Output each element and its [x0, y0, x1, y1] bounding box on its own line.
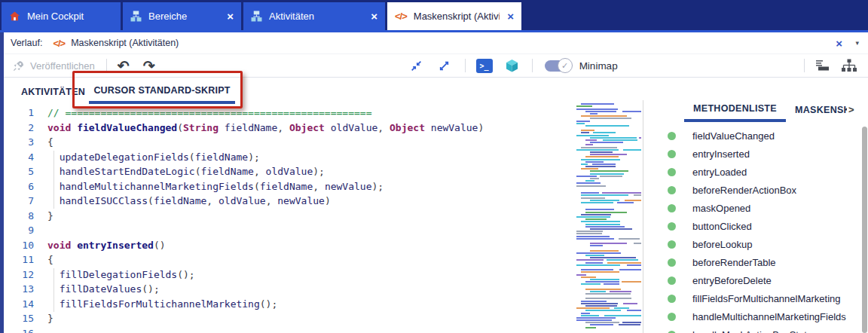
- method-status-dot: [668, 276, 676, 285]
- method-list: fieldValueChangedentryInsertedentryLoade…: [649, 127, 862, 333]
- expand-icon: [438, 60, 451, 72]
- method-item[interactable]: beforeRenderActionBox: [649, 181, 862, 199]
- redo-button[interactable]: ↷: [143, 59, 155, 73]
- method-item[interactable]: entryLoaded: [649, 163, 862, 181]
- code-line: 16: [4, 326, 574, 333]
- line-number: 15: [7, 311, 34, 326]
- undo-button[interactable]: ↶: [118, 59, 130, 73]
- code-line: 3{: [4, 135, 574, 150]
- code-line: 13 fillDateValues();: [4, 282, 574, 297]
- separator: [465, 59, 466, 72]
- close-icon[interactable]: ×: [836, 37, 842, 50]
- method-name: beforeRenderTable: [692, 257, 776, 268]
- hierarchy-button[interactable]: [841, 59, 857, 72]
- code-lines: 1// ====================================…: [4, 105, 574, 333]
- tab-maskenskript-panel[interactable]: MASKENSK: [795, 98, 847, 122]
- code-line: 4 updateDelegationFields(fieldName);: [4, 150, 574, 165]
- minimap-toggle-label: Minimap: [579, 60, 618, 72]
- editor-toolbar: Veröffentlichen ↶ ↷ >_ ✓ Minimap: [4, 54, 868, 78]
- method-name: handleMultichannelMarketingFields: [692, 311, 846, 322]
- code-line: 14 fillFieldsForMultichannelMarketing();: [4, 297, 574, 312]
- tab-mein-cockpit[interactable]: Mein Cockpit: [2, 2, 121, 30]
- chevron-down-icon[interactable]: ▾: [855, 39, 859, 47]
- code-line: 12 fillDelegationFields();: [4, 267, 574, 283]
- line-number: 2: [7, 121, 34, 136]
- method-name: buttonClicked: [692, 221, 752, 232]
- close-icon[interactable]: ×: [371, 11, 377, 22]
- line-number: 14: [7, 297, 34, 312]
- method-item[interactable]: beforeRenderTable: [649, 253, 862, 271]
- method-status-dot: [668, 295, 676, 303]
- code-line: 8}: [4, 209, 574, 224]
- method-status-dot: [668, 168, 676, 176]
- tab-label: Mein Cockpit: [27, 11, 113, 22]
- method-item[interactable]: fillFieldsForMultichannelMarketing: [649, 289, 862, 307]
- tab-methodenliste[interactable]: METHODENLISTE: [684, 98, 786, 122]
- method-item[interactable]: buttonClicked: [649, 217, 862, 235]
- method-name: fieldValueChanged: [692, 130, 775, 142]
- collapse-button[interactable]: [410, 60, 423, 72]
- code-editor[interactable]: 1// ====================================…: [4, 105, 574, 333]
- method-name: entryBeforeDelete: [692, 275, 772, 286]
- code-line: 11{: [4, 252, 574, 267]
- method-status-dot: [668, 222, 676, 231]
- editor-tab-label: CURSOR STANDARD-SKRIPT: [93, 85, 230, 96]
- line-number: 4: [7, 150, 34, 165]
- tab-aktivitaeten[interactable]: Aktivitäten ×: [243, 2, 385, 30]
- method-name: entryInserted: [692, 148, 750, 160]
- line-number: 7: [7, 194, 34, 209]
- code-icon: </>: [395, 11, 407, 22]
- panel-scrollbar[interactable]: [862, 127, 867, 333]
- code-line: 1// ====================================…: [4, 105, 574, 121]
- console-button[interactable]: >_: [476, 59, 493, 73]
- tab-maskenskript[interactable]: </> Maskenskript (Aktivit... ×: [387, 2, 521, 30]
- line-number: 11: [7, 252, 34, 267]
- method-item[interactable]: maskOpened: [649, 199, 862, 217]
- method-status-dot: [668, 313, 676, 321]
- line-number: 5: [7, 164, 34, 179]
- method-item[interactable]: entryBeforeDelete: [649, 271, 862, 289]
- script-list-icon: [815, 59, 832, 72]
- line-number: 13: [7, 282, 34, 297]
- tab-cursor-standard-skript[interactable]: CURSOR STANDARD-SKRIPT: [89, 79, 235, 104]
- minimap-toggle[interactable]: ✓: [545, 60, 570, 72]
- line-number: 12: [7, 267, 34, 283]
- minimap[interactable]: [575, 101, 641, 333]
- method-item[interactable]: beforeLookup: [649, 235, 862, 253]
- code-line: 15}: [4, 311, 574, 326]
- expand-button[interactable]: [438, 60, 451, 72]
- separator: [532, 59, 533, 72]
- history-bar: Verlauf: </> Maskenskript (Aktivitäten) …: [4, 32, 868, 54]
- redo-icon: ↷: [143, 59, 155, 73]
- code-line: 7 handleISUCClass(fieldName, oldValue, n…: [4, 194, 574, 209]
- method-item[interactable]: handleMaskActionBoxState: [649, 325, 862, 333]
- tab-label: Aktivitäten: [269, 11, 363, 22]
- method-name: handleMaskActionBoxState: [692, 329, 812, 333]
- tab-aktivitaeten-script[interactable]: AKTIVITÄTEN: [17, 79, 89, 104]
- toggle-check-icon: ✓: [558, 58, 573, 73]
- method-panel-tab-strip: METHODENLISTE MASKENSK >: [649, 98, 868, 128]
- cube-icon: [505, 59, 519, 73]
- method-item[interactable]: fieldValueChanged: [649, 127, 862, 145]
- hierarchy-icon: [841, 59, 857, 72]
- editor-tab-strip: AKTIVITÄTEN CURSOR STANDARD-SKRIPT: [4, 78, 574, 105]
- code-icon: </>: [53, 38, 65, 49]
- line-number: 1: [7, 105, 34, 121]
- tab-bereiche[interactable]: Bereiche ×: [123, 2, 241, 30]
- history-item[interactable]: Maskenskript (Aktivitäten): [71, 38, 179, 48]
- method-item[interactable]: entryInserted: [649, 145, 862, 163]
- object-model-button[interactable]: [505, 59, 519, 73]
- line-number: 10: [7, 238, 34, 253]
- method-item[interactable]: handleMultichannelMarketingFields: [649, 307, 862, 325]
- close-icon[interactable]: ×: [227, 11, 234, 22]
- method-status-dot: [668, 240, 676, 249]
- panel-tab-label: MASKENSK: [795, 105, 847, 115]
- indent-guide: [53, 268, 54, 312]
- app-window: Mein Cockpit Bereiche × Aktivitäten × </…: [0, 0, 868, 333]
- close-icon[interactable]: ×: [507, 11, 514, 22]
- code-line: 2void fieldValueChanged(String fieldName…: [4, 121, 574, 136]
- publish-button[interactable]: Veröffentlichen: [12, 60, 95, 72]
- chevron-right-icon[interactable]: >: [848, 104, 854, 115]
- script-list-button[interactable]: [815, 59, 832, 72]
- terminal-icon: >_: [476, 59, 493, 73]
